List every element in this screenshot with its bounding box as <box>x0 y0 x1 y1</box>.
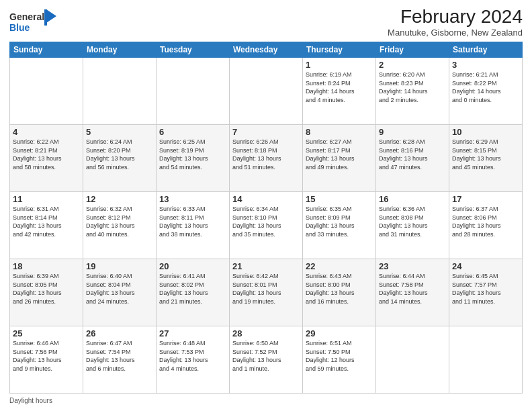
day-info: Sunrise: 6:39 AM Sunset: 8:05 PM Dayligh… <box>13 272 80 306</box>
calendar-cell: 19Sunrise: 6:40 AM Sunset: 8:04 PM Dayli… <box>83 259 157 326</box>
logo-area: General Blue <box>9 7 56 39</box>
day-number: 20 <box>159 261 226 271</box>
day-number: 14 <box>232 194 300 204</box>
day-info: Sunrise: 6:28 AM Sunset: 8:16 PM Dayligh… <box>379 138 446 171</box>
day-info: Sunrise: 6:24 AM Sunset: 8:20 PM Dayligh… <box>86 138 153 171</box>
calendar-cell: 9Sunrise: 6:28 AM Sunset: 8:16 PM Daylig… <box>376 125 449 192</box>
col-wednesday: Wednesday <box>230 42 303 58</box>
day-info: Sunrise: 6:44 AM Sunset: 7:58 PM Dayligh… <box>379 272 446 306</box>
day-number: 26 <box>86 328 153 338</box>
day-number: 5 <box>86 127 153 137</box>
calendar-cell: 26Sunrise: 6:47 AM Sunset: 7:54 PM Dayli… <box>83 326 157 394</box>
svg-text:Blue: Blue <box>9 22 30 33</box>
col-thursday: Thursday <box>303 42 376 58</box>
calendar-cell: 13Sunrise: 6:33 AM Sunset: 8:11 PM Dayli… <box>157 192 230 259</box>
svg-marker-2 <box>46 9 56 23</box>
calendar-cell <box>157 58 230 125</box>
day-number: 15 <box>306 194 373 204</box>
day-number: 6 <box>159 127 226 137</box>
header-row: Sunday Monday Tuesday Wednesday Thursday… <box>10 42 523 58</box>
calendar-cell: 7Sunrise: 6:26 AM Sunset: 8:18 PM Daylig… <box>230 125 303 192</box>
calendar-cell: 27Sunrise: 6:48 AM Sunset: 7:53 PM Dayli… <box>157 326 230 394</box>
calendar-cell: 14Sunrise: 6:34 AM Sunset: 8:10 PM Dayli… <box>230 192 303 259</box>
day-number: 2 <box>379 60 446 70</box>
day-info: Sunrise: 6:43 AM Sunset: 8:00 PM Dayligh… <box>306 272 373 306</box>
calendar-cell: 15Sunrise: 6:35 AM Sunset: 8:09 PM Dayli… <box>303 192 376 259</box>
calendar-cell: 10Sunrise: 6:29 AM Sunset: 8:15 PM Dayli… <box>449 125 523 192</box>
calendar-cell: 17Sunrise: 6:37 AM Sunset: 8:06 PM Dayli… <box>449 192 523 259</box>
calendar-cell: 6Sunrise: 6:25 AM Sunset: 8:19 PM Daylig… <box>157 125 230 192</box>
day-info: Sunrise: 6:31 AM Sunset: 8:14 PM Dayligh… <box>13 205 80 238</box>
calendar-cell: 28Sunrise: 6:50 AM Sunset: 7:52 PM Dayli… <box>230 326 303 394</box>
header: General Blue February 2024 Manutuke, Gis… <box>9 7 523 39</box>
calendar-table: Sunday Monday Tuesday Wednesday Thursday… <box>9 42 523 394</box>
day-number: 3 <box>452 60 519 70</box>
page: General Blue February 2024 Manutuke, Gis… <box>0 0 532 411</box>
day-number: 21 <box>232 261 300 271</box>
day-number: 25 <box>13 328 80 338</box>
day-info: Sunrise: 6:32 AM Sunset: 8:12 PM Dayligh… <box>86 205 153 238</box>
calendar-cell <box>10 58 83 125</box>
day-number: 18 <box>13 261 80 271</box>
day-info: Sunrise: 6:40 AM Sunset: 8:04 PM Dayligh… <box>86 272 153 306</box>
col-friday: Friday <box>376 42 449 58</box>
day-number: 19 <box>86 261 153 271</box>
day-info: Sunrise: 6:50 AM Sunset: 7:52 PM Dayligh… <box>232 339 300 373</box>
title-area: February 2024 Manutuke, Gisborne, New Ze… <box>388 7 523 38</box>
week-row-3: 11Sunrise: 6:31 AM Sunset: 8:14 PM Dayli… <box>10 192 523 259</box>
svg-text:General: General <box>9 11 44 22</box>
calendar-cell: 20Sunrise: 6:41 AM Sunset: 8:02 PM Dayli… <box>157 259 230 326</box>
calendar-cell: 8Sunrise: 6:27 AM Sunset: 8:17 PM Daylig… <box>303 125 376 192</box>
calendar-cell: 3Sunrise: 6:21 AM Sunset: 8:22 PM Daylig… <box>449 58 523 125</box>
calendar-cell: 5Sunrise: 6:24 AM Sunset: 8:20 PM Daylig… <box>83 125 157 192</box>
calendar-cell: 18Sunrise: 6:39 AM Sunset: 8:05 PM Dayli… <box>10 259 83 326</box>
day-number: 16 <box>379 194 446 204</box>
day-number: 10 <box>452 127 519 137</box>
week-row-1: 1Sunrise: 6:19 AM Sunset: 8:24 PM Daylig… <box>10 58 523 125</box>
day-info: Sunrise: 6:29 AM Sunset: 8:15 PM Dayligh… <box>452 138 519 171</box>
week-row-4: 18Sunrise: 6:39 AM Sunset: 8:05 PM Dayli… <box>10 259 523 326</box>
day-info: Sunrise: 6:47 AM Sunset: 7:54 PM Dayligh… <box>86 339 153 373</box>
day-info: Sunrise: 6:35 AM Sunset: 8:09 PM Dayligh… <box>306 205 373 238</box>
calendar-cell <box>376 326 449 394</box>
day-number: 22 <box>306 261 373 271</box>
calendar-cell: 12Sunrise: 6:32 AM Sunset: 8:12 PM Dayli… <box>83 192 157 259</box>
col-tuesday: Tuesday <box>157 42 230 58</box>
day-number: 7 <box>232 127 300 137</box>
day-number: 29 <box>306 328 373 338</box>
day-info: Sunrise: 6:27 AM Sunset: 8:17 PM Dayligh… <box>306 138 373 171</box>
day-number: 13 <box>159 194 226 204</box>
logo: General Blue <box>9 7 56 39</box>
calendar-cell <box>230 58 303 125</box>
day-number: 1 <box>306 60 373 70</box>
day-number: 9 <box>379 127 446 137</box>
calendar-cell: 2Sunrise: 6:20 AM Sunset: 8:23 PM Daylig… <box>376 58 449 125</box>
calendar-cell: 29Sunrise: 6:51 AM Sunset: 7:50 PM Dayli… <box>303 326 376 394</box>
day-info: Sunrise: 6:37 AM Sunset: 8:06 PM Dayligh… <box>452 205 519 238</box>
day-info: Sunrise: 6:41 AM Sunset: 8:02 PM Dayligh… <box>159 272 226 306</box>
daylight-label: Daylight hours <box>9 397 52 404</box>
col-sunday: Sunday <box>10 42 83 58</box>
day-info: Sunrise: 6:19 AM Sunset: 8:24 PM Dayligh… <box>306 71 373 104</box>
calendar-cell: 23Sunrise: 6:44 AM Sunset: 7:58 PM Dayli… <box>376 259 449 326</box>
day-info: Sunrise: 6:22 AM Sunset: 8:21 PM Dayligh… <box>13 138 80 171</box>
subtitle: Manutuke, Gisborne, New Zealand <box>388 28 523 38</box>
day-info: Sunrise: 6:42 AM Sunset: 8:01 PM Dayligh… <box>232 272 300 306</box>
day-number: 8 <box>306 127 373 137</box>
col-saturday: Saturday <box>449 42 523 58</box>
day-info: Sunrise: 6:48 AM Sunset: 7:53 PM Dayligh… <box>159 339 226 373</box>
calendar-cell: 22Sunrise: 6:43 AM Sunset: 8:00 PM Dayli… <box>303 259 376 326</box>
day-number: 27 <box>159 328 226 338</box>
calendar-cell: 11Sunrise: 6:31 AM Sunset: 8:14 PM Dayli… <box>10 192 83 259</box>
day-info: Sunrise: 6:45 AM Sunset: 7:57 PM Dayligh… <box>452 272 519 306</box>
week-row-2: 4Sunrise: 6:22 AM Sunset: 8:21 PM Daylig… <box>10 125 523 192</box>
day-info: Sunrise: 6:46 AM Sunset: 7:56 PM Dayligh… <box>13 339 80 373</box>
calendar-cell: 4Sunrise: 6:22 AM Sunset: 8:21 PM Daylig… <box>10 125 83 192</box>
day-number: 23 <box>379 261 446 271</box>
footer: Daylight hours <box>9 397 523 404</box>
day-number: 24 <box>452 261 519 271</box>
day-info: Sunrise: 6:25 AM Sunset: 8:19 PM Dayligh… <box>159 138 226 171</box>
calendar-cell <box>83 58 157 125</box>
calendar-cell <box>449 326 523 394</box>
day-number: 12 <box>86 194 153 204</box>
